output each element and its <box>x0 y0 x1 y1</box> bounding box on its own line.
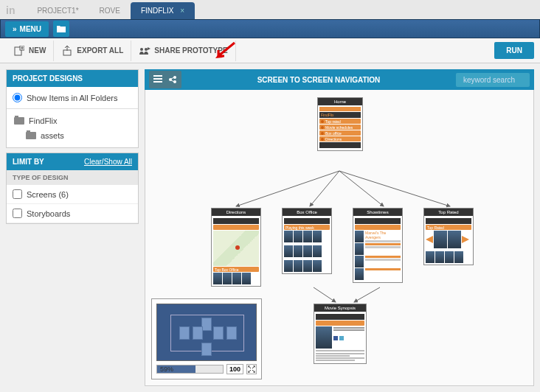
filter-label: Storyboards <box>27 209 70 218</box>
type-of-design-header: TYPE OF DESIGN <box>7 170 138 185</box>
filter-screens[interactable]: Screens (6) <box>7 185 138 204</box>
radio-label: Show Items in All Folders <box>27 94 118 102</box>
zoom-slider[interactable]: 59% <box>156 365 224 374</box>
filter-storyboards[interactable]: Storyboards <box>7 204 138 223</box>
folder-icon <box>26 132 36 139</box>
svg-point-3 <box>140 48 143 51</box>
export-icon <box>61 45 73 57</box>
zoom-percent: 59% <box>160 365 173 373</box>
list-view-button[interactable] <box>151 73 165 86</box>
zoom-100-button[interactable]: 100 <box>226 364 243 374</box>
limit-label: LIMIT BY <box>13 158 44 166</box>
toolbar: NEW EXPORT ALL SHARE PROTOTYPE RUN <box>0 38 540 63</box>
menu-item: Directions <box>325 137 342 141</box>
filter-label: Screens (6) <box>27 190 69 199</box>
section-label: Top Box Office <box>215 267 238 272</box>
export-all-button[interactable]: EXPORT ALL <box>54 41 131 61</box>
close-icon[interactable]: × <box>180 7 184 15</box>
movie-title: Marvel's The Avengers <box>365 231 401 239</box>
screen-node-box-office[interactable]: Box Office Playing this week <box>282 208 332 274</box>
tab-rove[interactable]: ROVE <box>89 2 131 19</box>
checkbox-input[interactable] <box>13 209 22 218</box>
share-nodes-icon <box>168 75 177 84</box>
search-input[interactable] <box>456 73 530 87</box>
fullscreen-button[interactable] <box>246 364 257 374</box>
tree-label: assets <box>41 131 64 140</box>
menu-button[interactable]: » MENU <box>5 21 49 37</box>
screen-node-top-rated[interactable]: Top Rated Top Rated <box>423 208 474 265</box>
limit-by-header: LIMIT BY Clear/Show All <box>7 153 138 170</box>
tab-project1[interactable]: PROJECT1* <box>27 2 89 19</box>
folder-button[interactable] <box>53 21 69 37</box>
svg-rect-2 <box>63 50 71 55</box>
screen-node-directions[interactable]: Directions Top Box Office <box>211 208 261 287</box>
menu-label: MENU <box>20 25 41 33</box>
navigation-canvas[interactable]: Home FindFlix Top rated Movie schedules … <box>145 90 534 386</box>
list-icon <box>153 75 162 84</box>
main-panel: SCREEN TO SCREEN NAVIGATION <box>145 69 534 386</box>
new-label: NEW <box>29 46 46 55</box>
map-thumbnail <box>213 231 259 266</box>
checkbox-input[interactable] <box>13 189 22 199</box>
run-button[interactable]: RUN <box>494 42 534 59</box>
tab-findflix[interactable]: FINDFLIX × <box>131 2 195 19</box>
minimap: 59% 100 <box>151 298 262 379</box>
screen-node-home[interactable]: Home FindFlix Top rated Movie schedules … <box>317 97 363 151</box>
screen-node-showtimes[interactable]: Showtimes Marvel's The Avengers <box>353 208 403 283</box>
node-app-label: FindFlix <box>319 112 361 118</box>
node-title: Home <box>318 98 362 105</box>
chevron-right-icon: » <box>13 25 17 33</box>
node-title: Movie Synopsis <box>314 304 366 312</box>
section-label: Top Rated <box>427 225 444 230</box>
menu-item: Movie schedules <box>325 125 353 130</box>
new-icon <box>13 45 25 57</box>
tree-label: FindFlix <box>29 116 58 125</box>
node-title: Showtimes <box>353 209 402 216</box>
sidebar: PROJECT DESIGNS Show Items in All Folder… <box>6 69 139 386</box>
clear-show-all-link[interactable]: Clear/Show All <box>84 158 132 166</box>
menu-item: Box office <box>325 131 342 136</box>
folder-icon <box>57 25 66 32</box>
export-label: EXPORT ALL <box>77 46 123 55</box>
fullscreen-icon <box>248 365 255 373</box>
project-designs-header: PROJECT DESIGNS <box>7 70 138 87</box>
node-title: Box Office <box>283 209 331 216</box>
show-all-folders-radio[interactable]: Show Items in All Folders <box>7 87 138 109</box>
share-view-button[interactable] <box>166 73 179 86</box>
page-title: SCREEN TO SCREEN NAVIGATION <box>181 76 456 84</box>
folder-icon <box>14 117 24 125</box>
screen-node-synopsis[interactable]: Movie Synopsis <box>314 304 367 364</box>
share-icon <box>139 45 150 57</box>
svg-point-4 <box>145 48 148 51</box>
section-label: Playing this week <box>285 225 314 230</box>
tree-item-assets[interactable]: assets <box>10 128 135 143</box>
annotation-arrow-icon <box>214 41 236 60</box>
minimap-viewport[interactable] <box>156 304 257 361</box>
menu-bar: » MENU <box>0 19 540 38</box>
node-title: Top Rated <box>424 209 473 216</box>
new-button[interactable]: NEW <box>6 41 54 61</box>
main-header: SCREEN TO SCREEN NAVIGATION <box>145 69 534 90</box>
radio-input[interactable] <box>13 93 22 102</box>
node-title: Directions <box>212 209 260 216</box>
tabs-bar: in PROJECT1* ROVE FINDFLIX × <box>0 0 540 19</box>
app-logo: in <box>6 4 15 19</box>
tree-item-findflix[interactable]: FindFlix <box>10 113 135 128</box>
menu-item: Top rated <box>325 119 341 124</box>
tab-label: FINDFLIX <box>141 7 173 15</box>
